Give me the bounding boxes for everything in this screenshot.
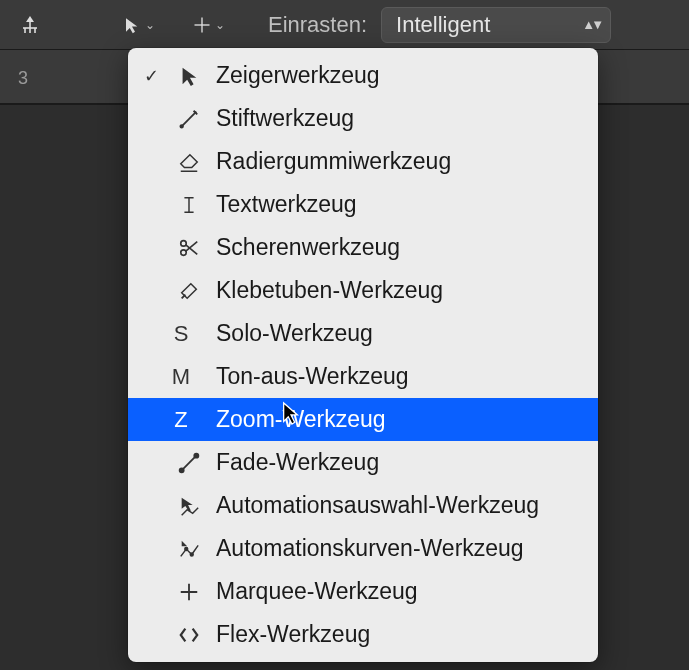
menu-item-label: Ton-aus-Werkzeug: [216, 363, 409, 390]
menu-item-flex-werkzeug[interactable]: Flex-Werkzeug: [128, 613, 598, 656]
svg-line-17: [182, 455, 197, 470]
scissors-icon: [174, 237, 204, 259]
menu-item-shortcut: S: [168, 321, 194, 347]
menu-item-ton-aus-werkzeug[interactable]: MTon-aus-Werkzeug: [128, 355, 598, 398]
menu-item-label: Scherenwerkzeug: [216, 234, 400, 261]
chevron-down-icon: ⌄: [215, 18, 225, 32]
menu-item-label: Zeigerwerkzeug: [216, 62, 380, 89]
pointer-icon: [174, 65, 204, 87]
menu-item-solo-werkzeug[interactable]: SSolo-Werkzeug: [128, 312, 598, 355]
menu-item-label: Flex-Werkzeug: [216, 621, 370, 648]
glue-icon: [174, 280, 204, 302]
menu-item-label: Textwerkzeug: [216, 191, 357, 218]
snap-mode-value: Intelligent: [396, 12, 490, 38]
svg-point-20: [185, 547, 188, 550]
menu-item-automationsauswahl-werkzeug[interactable]: Automationsauswahl-Werkzeug: [128, 484, 598, 527]
menu-item-shortcut: M: [168, 364, 194, 390]
menu-item-textwerkzeug[interactable]: Textwerkzeug: [128, 183, 598, 226]
svg-line-7: [182, 111, 197, 126]
menu-item-klebetuben-werkzeug[interactable]: Klebetuben-Werkzeug: [128, 269, 598, 312]
menu-item-zeigerwerkzeug[interactable]: ✓Zeigerwerkzeug: [128, 54, 598, 97]
autosel-icon: [174, 495, 204, 517]
menu-item-label: Solo-Werkzeug: [216, 320, 373, 347]
menu-item-zoom-werkzeug[interactable]: ZZoom-Werkzeug: [128, 398, 598, 441]
chevron-down-icon: ⌄: [145, 18, 155, 32]
pencil-icon: [174, 108, 204, 130]
catch-playhead-button[interactable]: [8, 7, 52, 43]
menu-item-label: Fade-Werkzeug: [216, 449, 379, 476]
text-icon: [174, 194, 204, 216]
menu-item-automationskurven-werkzeug[interactable]: Automationskurven-Werkzeug: [128, 527, 598, 570]
svg-point-8: [180, 125, 183, 128]
check-icon: ✓: [140, 65, 162, 87]
left-click-tool-dropdown[interactable]: ⌄: [108, 7, 170, 43]
menu-item-radiergummiwerkzeug[interactable]: Radiergummiwerkzeug: [128, 140, 598, 183]
autocurve-icon: [174, 538, 204, 560]
menu-item-scherenwerkzeug[interactable]: Scherenwerkzeug: [128, 226, 598, 269]
tool-menu: ✓ZeigerwerkzeugStiftwerkzeugRadiergummiw…: [128, 48, 598, 662]
svg-point-18: [180, 468, 184, 472]
menu-item-label: Marquee-Werkzeug: [216, 578, 418, 605]
menu-item-label: Zoom-Werkzeug: [216, 406, 386, 433]
eraser-icon: [174, 151, 204, 173]
menu-item-label: Stiftwerkzeug: [216, 105, 354, 132]
menu-item-shortcut: Z: [168, 407, 194, 433]
marquee-icon: [174, 581, 204, 603]
svg-point-21: [190, 553, 193, 556]
fade-icon: [174, 452, 204, 474]
ruler-bar-number: 3: [18, 68, 28, 89]
snap-mode-select[interactable]: Intelligent ▲▼: [381, 7, 611, 43]
flex-icon: [174, 624, 204, 646]
menu-item-label: Radiergummiwerkzeug: [216, 148, 451, 175]
cmd-click-tool-dropdown[interactable]: ⌄: [178, 7, 240, 43]
menu-item-fade-werkzeug[interactable]: Fade-Werkzeug: [128, 441, 598, 484]
menu-item-stiftwerkzeug[interactable]: Stiftwerkzeug: [128, 97, 598, 140]
menu-item-label: Klebetuben-Werkzeug: [216, 277, 443, 304]
snap-label: Einrasten:: [268, 12, 367, 38]
menu-item-marquee-werkzeug[interactable]: Marquee-Werkzeug: [128, 570, 598, 613]
menu-item-label: Automationsauswahl-Werkzeug: [216, 492, 539, 519]
svg-point-19: [194, 453, 198, 457]
menu-item-label: Automationskurven-Werkzeug: [216, 535, 524, 562]
updown-icon: ▲▼: [582, 17, 600, 32]
toolbar: ⌄ ⌄ Einrasten: Intelligent ▲▼: [0, 0, 689, 50]
